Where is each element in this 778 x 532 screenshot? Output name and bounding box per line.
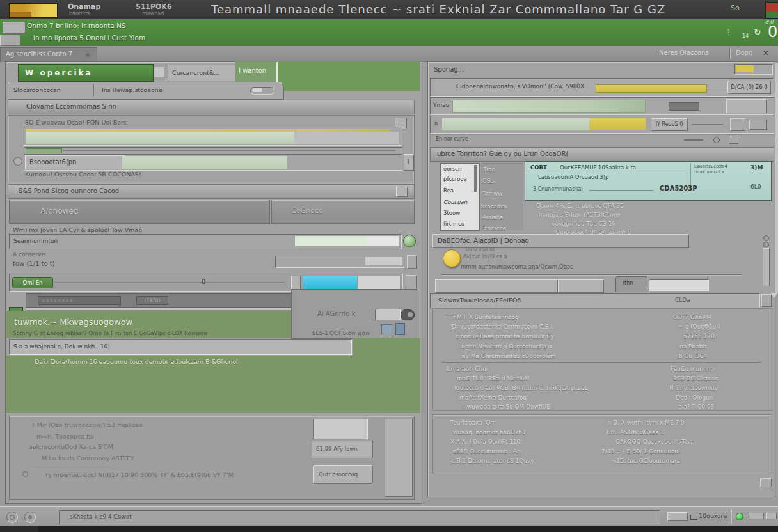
field-progress-fill [122,156,287,169]
status-dash-2[interactable] [766,513,777,519]
menu-item-2[interactable]: 511POK6 [136,3,193,11]
slider-row-icon[interactable] [406,275,417,290]
subtab-right[interactable]: Ins Rewap.stcoaone [102,86,210,93]
menu-right-2[interactable]: Dopo [736,49,760,56]
approved-button[interactable]: A/onowed [9,199,270,224]
list-item[interactable]: pfccrooa [443,176,475,182]
listbox-scrollbar[interactable] [474,165,477,192]
toolbar-chip-1[interactable]: xxxxxxxx [38,296,121,305]
footer-side-strip[interactable] [385,419,413,497]
status-icon-1[interactable] [6,512,18,523]
note-field[interactable]: S.a a whajenal o, Dok w nkh...10) [9,339,352,355]
footer-input[interactable] [313,419,368,439]
slider-knob[interactable] [291,276,301,290]
list-item[interactable]: firt n cu [443,221,475,227]
right-panel-notch[interactable] [760,478,772,487]
field-progress-label[interactable]: Bsooootat6(pn [25,155,126,169]
options-listbox[interactable]: oorscn pfccrooa Rea Coucuan 3toow firt n… [440,163,480,231]
sub-marks: 14 [742,33,754,39]
diag-scrollbar[interactable] [763,248,770,286]
scrollbar-arrow-icon[interactable] [770,293,778,298]
right-row-1-value[interactable]: D/CA (0) 26 0 [727,81,771,94]
detail-label: I wuwoda q ra So OM OowfiUE [463,403,655,410]
quick-button[interactable]: Qutr csooccoq [313,465,373,484]
diag-radio-1[interactable] [763,235,769,241]
toolbar-chip-2[interactable]: (7370) [136,296,168,305]
right-row-1: Cidonenaldnwonato, s VOmon'' (Cow. S980X… [430,78,774,97]
diag-button-1[interactable] [435,279,558,293]
status-mini-button[interactable] [667,512,688,521]
category-item[interactable]: Tomww [482,191,520,197]
window-scrollbar[interactable] [775,63,778,293]
scan-go-button[interactable] [403,235,416,247]
menu-close-icon[interactable]: ✕ [763,49,773,58]
diagnostics-header[interactable]: DaBEOfoc. AlacoID | Donoao [432,234,689,248]
list-item[interactable]: Coucuan [443,199,475,205]
category-item[interactable]: Auuana [482,214,520,221]
document-field[interactable]: Curcancront&... [168,65,237,81]
monitor-input[interactable] [375,309,401,320]
info-left-line: c'B 1 Dtnomr: ator c8 1Quvy [452,458,605,464]
category-item[interactable]: Tron [484,166,521,173]
detail-value: na Pbabh [679,343,769,350]
status-dash-1[interactable] [749,513,764,519]
subtab-left[interactable]: Sldcsrooncccan [13,86,90,93]
monitor-icon-2[interactable] [395,323,405,335]
diag-radio-2[interactable] [763,242,769,247]
slider-light-segment [357,276,401,290]
right-row-1-yellowbar [596,84,707,93]
quick-button-label: Qutr csooccoq [319,471,370,478]
category-item[interactable]: OSo. [482,178,520,184]
monitor-label: Ai AGnrrlo k [317,310,369,317]
taskbar-strip [0,526,778,532]
warning-line-0: Ou O 9 us as [466,247,555,252]
menu-item-1[interactable]: Onamap [68,3,125,11]
green-header: Onmo 7 br lino: Ir rnoonta NS Io mo lipo… [0,19,778,46]
list-item[interactable]: Rea [443,187,475,194]
log-row[interactable]: SlowoxTouuelosoa/FEeIEO6 CLDa [430,293,760,308]
rate-button[interactable]: 61:99 AFy lown [312,441,373,458]
info-right-line: OAkOOO Oucoxoborl/siTort [615,439,769,445]
menu-right-1[interactable]: Neres Olaccons [659,49,726,56]
info-left-line: cB1R Ouccubusrob . An [453,448,607,455]
footer-line-3: aolcnrcon(uOod Xa ca S'OM [29,443,234,450]
info-right-line: Un.I A&Otk BGeas 1 [607,429,766,435]
right-row-4-dot [713,137,720,143]
header-tool-icon-2[interactable] [0,35,20,46]
status-icon-2[interactable] [24,512,36,523]
right-row-3-icon-2[interactable] [749,120,767,130]
header-tool-icon[interactable] [3,22,26,34]
refresh-icon[interactable]: ↻ [754,27,765,37]
footer-group: T Mir (Ozo truwooccuw/) 53 mgikces m=h. … [9,416,415,500]
info-icon[interactable]: i [404,154,414,171]
conserve-icon[interactable] [407,255,417,269]
subtab-slider[interactable] [250,87,274,95]
list-item[interactable]: 3toow [443,210,475,216]
diag-button-2[interactable] [558,279,604,293]
section-2-icon[interactable] [396,187,408,197]
section-2-title: S&S Pond Sicoq ounnoro Cacod [19,187,223,194]
operating-button[interactable]: W opercika [18,64,154,82]
scan-field[interactable]: Seanmomm(un [9,234,402,249]
category-item[interactable]: kcocadcn [481,203,521,210]
tab-dot-icon [86,53,90,57]
right-row-2-button[interactable] [726,99,767,113]
window-control-icon[interactable] [765,2,778,19]
details-box: T nM Ii X Bunteteafincog O.7.7 GX6AM Dnv… [432,308,772,411]
counter-value: 0 [768,23,778,41]
mini-tab[interactable]: (thn [615,276,647,292]
right-row-3-tag[interactable]: IY Reuo5 0 [651,118,688,131]
right-row-3-icon-1[interactable] [730,118,745,131]
monitor-toggle[interactable] [401,309,415,320]
mini-input[interactable] [649,279,709,291]
category-item[interactable]: Fcncscoa [481,225,521,231]
doc-checkbox[interactable] [154,66,164,77]
list-item[interactable]: oorscn [443,166,475,172]
status-field[interactable]: sKhasta k c9 4 Cowot [59,510,660,524]
detail-label: c hocue Baas pronc.ta owruuof Cy [456,333,647,340]
cancel-button[interactable]: CoGnoco [271,199,415,224]
right-row-4-icon[interactable] [729,136,738,144]
tab-ag-controls[interactable]: Ag senclhiss Conto 7 [0,47,97,62]
radio-indicator[interactable] [13,157,22,166]
scan-field-text: Seanmomm(un [13,238,205,244]
